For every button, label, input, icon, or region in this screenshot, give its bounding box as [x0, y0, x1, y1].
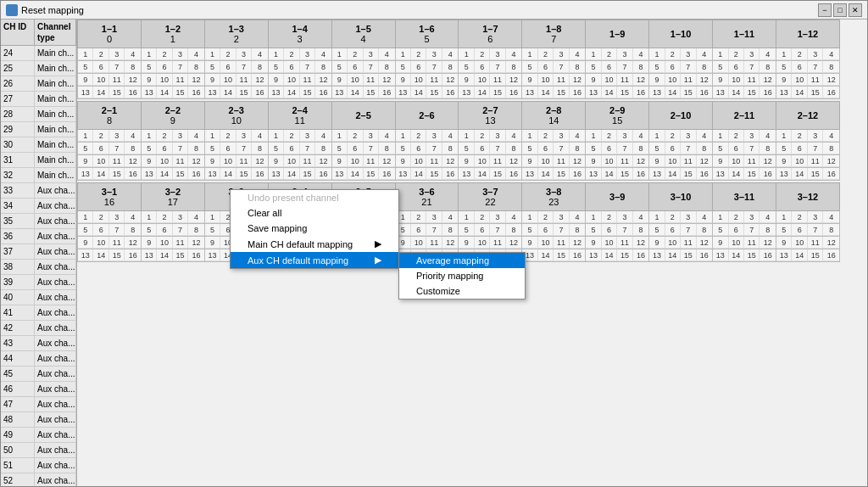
sub-cell: 10 — [665, 74, 681, 86]
sub-cell: 11 — [490, 74, 505, 86]
context-menu[interactable]: Undo present channel Clear all Save mapp… — [230, 189, 399, 269]
sidebar-cell-id: 37 — [1, 244, 35, 259]
grid-header-cell: 1–11 — [713, 20, 776, 48]
sub-cell: 15 — [554, 168, 569, 180]
sidebar-cell-type: Aux cha... — [35, 199, 76, 213]
grid-header-cell: 1–6 5 — [395, 20, 459, 48]
data-cell: 1234 — [331, 130, 395, 143]
header-label: 1–2 — [165, 24, 181, 34]
data-cell: 5678 — [331, 143, 395, 155]
sub-cell: 16 — [570, 249, 585, 261]
grid-header-cell: 2–12 — [776, 102, 839, 130]
sub-cell: 16 — [697, 87, 712, 98]
header-label: 2–1 — [102, 105, 117, 115]
close-button[interactable]: ✕ — [849, 3, 862, 17]
sub-cell: 1 — [459, 48, 474, 60]
sub-cell: 2 — [665, 130, 681, 142]
header-label: 3–12 — [798, 192, 818, 202]
sub-cell: 16 — [697, 249, 712, 261]
main-grid[interactable]: 1–1 0 1–2 1 1–3 2 1–4 3 1–5 4 — [77, 20, 867, 486]
sidebar-cell-type: Main ch... — [35, 153, 76, 167]
menu-clear-all[interactable]: Clear all — [231, 205, 398, 221]
aux-menu-customize[interactable]: Customize — [399, 283, 525, 299]
header-label: 2–11 — [734, 110, 754, 120]
sub-cell: 7 — [617, 143, 632, 154]
sub-grid: 5678 — [142, 224, 204, 236]
header-num: 14 — [548, 115, 559, 126]
sub-grid: 9101112 — [522, 155, 585, 167]
sidebar-cell-type: Aux cha... — [35, 305, 76, 320]
sub-grid: 9101112 — [522, 74, 585, 86]
sidebar-cell-id: 48 — [1, 412, 35, 427]
sub-cell: 12 — [506, 237, 521, 249]
sub-cell: 2 — [157, 211, 172, 223]
sidebar-row: 30 Main ch... — [1, 137, 76, 153]
sub-grid: 5678 — [78, 143, 141, 154]
sub-cell: 4 — [506, 130, 521, 142]
sub-cell: 8 — [570, 143, 585, 154]
sub-cell: 12 — [760, 74, 775, 86]
sidebar-cell-type: Aux cha... — [35, 336, 76, 350]
header-inner: 1–1 0 — [81, 22, 137, 46]
sidebar-cell-type: Aux cha... — [35, 367, 76, 381]
sub-grid: 13141516 — [332, 168, 395, 180]
sidebar-cell-id: 36 — [1, 229, 35, 244]
header-label: 1–11 — [734, 29, 754, 39]
sub-cell: 16 — [697, 168, 712, 180]
minimize-button[interactable]: − — [818, 3, 832, 17]
sub-cell: 3 — [681, 211, 696, 223]
data-cell: 5678 — [776, 224, 839, 237]
menu-save-mapping[interactable]: Save mapping — [231, 221, 398, 236]
menu-main-default[interactable]: Main CH default mapping ▶ — [231, 236, 398, 252]
sidebar-cell-type: Main ch... — [35, 46, 76, 60]
data-cell: 13141516 — [776, 87, 839, 99]
header-inner: 3–10 — [653, 190, 709, 204]
sub-grid: 9101112 — [649, 237, 712, 249]
header-inner: 1–5 4 — [336, 22, 392, 46]
data-cell: 5678 — [586, 61, 649, 74]
sub-cell: 9 — [776, 237, 793, 249]
sub-grid: 9101112 — [78, 74, 141, 86]
data-cell: 13141516 — [459, 168, 522, 181]
sub-grid: 1234 — [713, 130, 776, 142]
sub-cell: 15 — [681, 87, 696, 98]
sidebar-cell-type: Aux cha... — [35, 321, 76, 335]
data-cell: 13141516 — [331, 168, 395, 181]
menu-aux-default[interactable]: Aux CH default mapping ▶ — [231, 252, 398, 268]
sidebar-row: 37 Aux cha... — [1, 244, 76, 260]
data-cell: 1234 — [395, 48, 459, 61]
data-cell: 13141516 — [395, 168, 459, 181]
data-cell: 5678 — [78, 224, 142, 237]
sub-cell: 16 — [506, 87, 521, 98]
sub-cell: 14 — [284, 87, 299, 98]
sub-grid: 9101112 — [269, 155, 331, 167]
aux-menu-average[interactable]: Average mapping — [399, 253, 525, 268]
sub-cell: 13 — [713, 168, 728, 180]
grid-header-cell: 3–12 — [776, 183, 839, 211]
sub-cell: 15 — [808, 168, 824, 180]
header-label: 2–7 — [482, 105, 498, 115]
menu-undo[interactable]: Undo present channel — [231, 190, 398, 205]
sub-cell: 11 — [364, 155, 379, 167]
sub-cell: 4 — [125, 130, 140, 142]
sub-cell: 4 — [760, 48, 775, 60]
sidebar-header: CH ID Channel type — [1, 20, 76, 46]
sub-cell: 9 — [459, 155, 474, 167]
sub-cell: 16 — [252, 87, 267, 98]
sub-cell: 5 — [396, 143, 411, 154]
sub-cell: 7 — [744, 224, 760, 236]
sidebar-cell-id: 50 — [1, 443, 35, 457]
sub-grid: 5678 — [713, 143, 776, 154]
data-cell: 1234 — [204, 130, 268, 143]
grid-header-cell: 2–7 13 — [459, 102, 522, 130]
header-label: 3–7 — [482, 187, 498, 197]
aux-menu-priority[interactable]: Priority mapping — [399, 268, 525, 283]
header-label: 1–10 — [670, 29, 691, 39]
data-cell: 9101112 — [713, 74, 776, 87]
sub-cell: 7 — [490, 61, 505, 73]
restore-button[interactable]: □ — [833, 3, 847, 17]
sidebar-row: 40 Aux cha... — [1, 290, 76, 305]
data-cell: 5678 — [459, 143, 522, 155]
sub-cell: 15 — [554, 249, 569, 261]
sub-cell: 15 — [617, 249, 632, 261]
